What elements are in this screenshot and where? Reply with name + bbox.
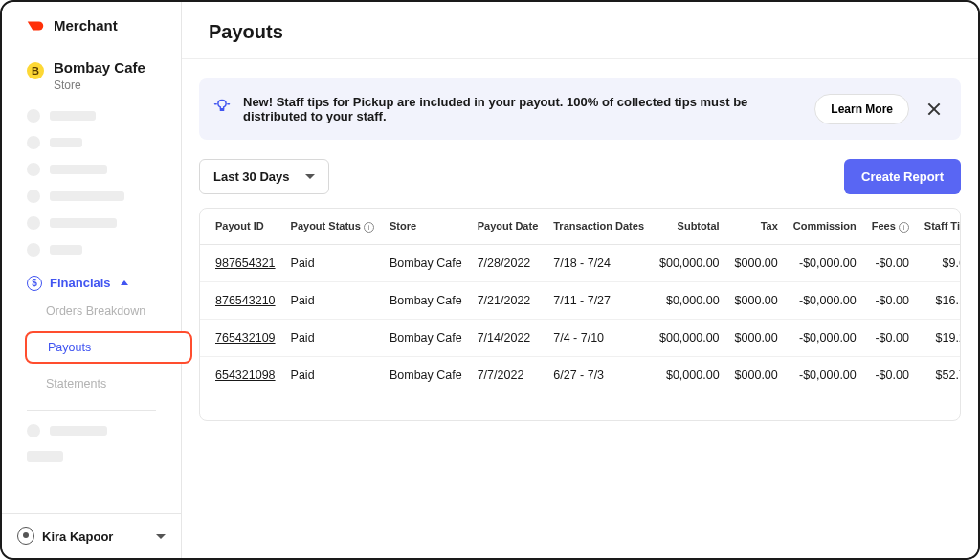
cell-tips: $9.67: [917, 244, 961, 281]
brand: Merchant: [2, 2, 181, 43]
cell-date: 7/14/2022: [470, 319, 546, 356]
col-payout-date[interactable]: Payout Date: [470, 209, 546, 244]
nav-placeholder-section-2: [2, 420, 181, 476]
col-commission[interactable]: Commission: [786, 209, 864, 244]
cell-status: Paid: [283, 319, 382, 356]
nav-placeholder-section: [2, 96, 181, 270]
cell-status: Paid: [283, 244, 382, 281]
sidebar-item-payouts[interactable]: Payouts: [25, 325, 192, 370]
banner-text: New! Staff tips for Pickup are included …: [243, 95, 803, 123]
cell-date: 7/7/2022: [470, 356, 546, 393]
main: Payouts New! Staff tips for Pickup are i…: [182, 2, 978, 558]
doordash-logo-icon: [25, 19, 46, 33]
cell-tips: $16.16: [917, 281, 961, 319]
cell-store: Bombay Cafe: [382, 319, 470, 356]
col-status[interactable]: Payout Statusi: [283, 209, 382, 244]
cell-txn: 6/27 - 7/3: [546, 356, 652, 393]
cell-subtotal: $00,000.00: [652, 244, 727, 281]
content: New! Staff tips for Pickup are included …: [182, 59, 978, 558]
store-badge: B: [27, 62, 44, 79]
sidebar: Merchant B Bombay Cafe Store $ Financial…: [2, 2, 182, 558]
cell-fees: -$0.00: [864, 281, 917, 319]
table-row[interactable]: 987654321 Paid Bombay Cafe 7/28/2022 7/1…: [200, 244, 961, 281]
col-staff-tips[interactable]: Staff Tips: [917, 209, 961, 244]
create-report-button[interactable]: Create Report: [844, 159, 961, 194]
toolbar: Last 30 Days Create Report: [199, 159, 961, 194]
cell-tax: $000.00: [727, 244, 786, 281]
learn-more-button[interactable]: Learn More: [814, 94, 909, 124]
cell-commission: -$0,000.00: [786, 244, 864, 281]
cell-date: 7/21/2022: [470, 281, 546, 319]
date-range-dropdown[interactable]: Last 30 Days: [199, 159, 329, 194]
user-menu[interactable]: Kira Kapoor: [2, 513, 181, 558]
cell-status: Paid: [283, 281, 382, 319]
cell-date: 7/28/2022: [470, 244, 546, 281]
tips-icon: [212, 98, 232, 121]
date-range-label: Last 30 Days: [213, 169, 290, 184]
col-payout-id[interactable]: Payout ID: [200, 209, 283, 244]
col-tax[interactable]: Tax: [727, 209, 786, 244]
store-selector[interactable]: B Bombay Cafe Store: [2, 43, 181, 96]
col-txn-dates[interactable]: Transaction Dates: [546, 209, 652, 244]
cell-store: Bombay Cafe: [382, 244, 470, 281]
cell-store: Bombay Cafe: [382, 356, 470, 393]
col-subtotal[interactable]: Subtotal: [652, 209, 727, 244]
payout-id-link[interactable]: 654321098: [215, 369, 276, 382]
info-banner: New! Staff tips for Pickup are included …: [199, 78, 961, 140]
cell-commission: -$0,000.00: [786, 356, 864, 393]
cell-commission: -$0,000.00: [786, 319, 864, 356]
cell-store: Bombay Cafe: [382, 281, 470, 319]
divider: [27, 410, 156, 411]
sidebar-item-statements[interactable]: Statements: [46, 371, 181, 396]
financials-subitems: Orders Breakdown Payouts Statements: [2, 297, 181, 396]
user-name: Kira Kapoor: [42, 529, 148, 544]
brand-name: Merchant: [54, 17, 118, 34]
cell-subtotal: $00,000.00: [652, 319, 727, 356]
sidebar-item-financials[interactable]: $ Financials: [2, 270, 181, 297]
chevron-down-icon: [156, 534, 166, 539]
store-type: Store: [54, 78, 145, 92]
dollar-icon: $: [27, 276, 42, 291]
info-icon[interactable]: i: [364, 222, 374, 233]
cell-subtotal: $0,000.00: [652, 356, 727, 393]
page-title: Payouts: [209, 21, 951, 43]
close-icon[interactable]: [926, 101, 942, 117]
financials-label: Financials: [50, 276, 111, 290]
sidebar-item-payouts-label: Payouts: [25, 331, 192, 364]
table-padding: [200, 393, 960, 420]
cell-tax: $000.00: [727, 281, 786, 319]
table-row[interactable]: 654321098 Paid Bombay Cafe 7/7/2022 6/27…: [200, 356, 961, 393]
col-fees[interactable]: Feesi: [864, 209, 917, 244]
cell-subtotal: $0,000.00: [652, 281, 727, 319]
header: Payouts: [182, 2, 978, 59]
cell-txn: 7/11 - 7/27: [546, 281, 652, 319]
chevron-up-icon: [121, 280, 128, 285]
cell-tips: $19.28: [917, 319, 961, 356]
payout-id-link[interactable]: 987654321: [215, 257, 276, 270]
sidebar-item-orders-breakdown[interactable]: Orders Breakdown: [46, 299, 181, 324]
payouts-table: Payout ID Payout Statusi Store Payout Da…: [200, 209, 961, 393]
store-name: Bombay Cafe: [54, 60, 145, 77]
table-row[interactable]: 876543210 Paid Bombay Cafe 7/21/2022 7/1…: [200, 281, 961, 319]
payouts-table-wrap: Payout ID Payout Statusi Store Payout Da…: [199, 208, 961, 421]
user-avatar-icon: [17, 527, 34, 545]
payout-id-link[interactable]: 765432109: [215, 331, 276, 345]
table-header-row: Payout ID Payout Statusi Store Payout Da…: [200, 209, 961, 244]
payout-id-link[interactable]: 876543210: [215, 294, 276, 307]
table-row[interactable]: 765432109 Paid Bombay Cafe 7/14/2022 7/4…: [200, 319, 961, 356]
cell-tax: $000.00: [727, 319, 786, 356]
cell-fees: -$0.00: [864, 319, 917, 356]
cell-txn: 7/4 - 7/10: [546, 319, 652, 356]
info-icon[interactable]: i: [899, 222, 909, 233]
cell-tax: $000.00: [727, 356, 786, 393]
cell-status: Paid: [283, 356, 382, 393]
cell-fees: -$0.00: [864, 244, 917, 281]
col-store[interactable]: Store: [382, 209, 470, 244]
app-frame: Merchant B Bombay Cafe Store $ Financial…: [0, 0, 980, 560]
cell-commission: -$0,000.00: [786, 281, 864, 319]
cell-tips: $52.73: [917, 356, 961, 393]
chevron-down-icon: [305, 174, 315, 179]
cell-fees: -$0.00: [864, 356, 917, 393]
cell-txn: 7/18 - 7/24: [546, 244, 652, 281]
